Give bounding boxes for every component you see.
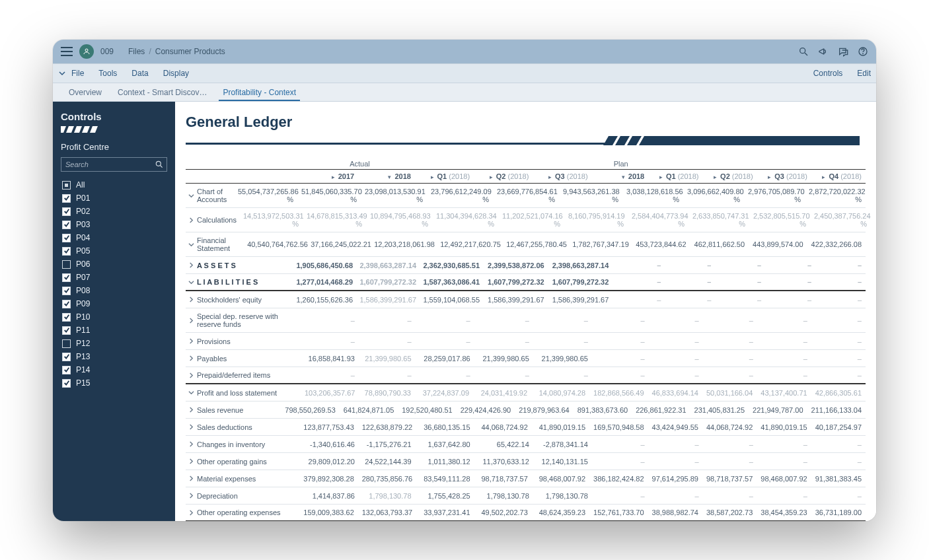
column-header[interactable]: ▾ 2018 (358, 170, 415, 183)
cell: – (715, 292, 765, 308)
profit-centre-item-p03[interactable]: P03 (61, 218, 167, 231)
profit-centre-item-p12[interactable]: P12 (61, 337, 167, 350)
cell: 21,399,980.65 (533, 351, 592, 367)
checkbox-label: P10 (76, 312, 90, 322)
column-header[interactable]: ▸ Q1 (2018) (415, 170, 474, 183)
tab-profitability-context[interactable]: Profitability - Context (215, 84, 304, 101)
row-label[interactable]: A S S E T S (186, 258, 292, 273)
row-label[interactable]: Changes in inventory (186, 437, 302, 452)
cell: 2,976,705,089.70 % (744, 184, 805, 207)
crumb-root[interactable]: Files (128, 47, 145, 56)
profit-centre-item-p13[interactable]: P13 (61, 350, 167, 363)
column-header[interactable]: ▸ Q2 (2018) (702, 170, 757, 183)
search-icon[interactable] (798, 46, 809, 57)
help-icon[interactable] (858, 46, 868, 57)
checkbox[interactable] (62, 353, 71, 361)
profit-centre-item-p01[interactable]: P01 (61, 192, 167, 205)
chevron-down-icon[interactable] (58, 69, 66, 77)
row-label[interactable]: Material expenses (186, 471, 299, 487)
checkbox[interactable] (62, 181, 71, 190)
cell: 453,723,844.62 (632, 236, 690, 252)
checkbox[interactable] (62, 300, 71, 308)
profit-centre-item-p04[interactable]: P04 (61, 231, 167, 244)
checkbox[interactable] (62, 221, 71, 229)
row-label[interactable]: Profit and loss statement (186, 385, 301, 401)
chat-icon[interactable] (838, 46, 848, 57)
column-header[interactable]: ▸ Q3 (2018) (533, 170, 591, 183)
cell: 24,031,419.92 (473, 385, 531, 401)
menu-item-tools[interactable]: Tools (98, 69, 117, 78)
menu-item-display[interactable]: Display (163, 69, 189, 78)
profit-centre-item-p06[interactable]: P06 (61, 258, 167, 271)
tab-context-smart-discov-[interactable]: Context - Smart Discov… (110, 84, 215, 101)
cell: 36,731,189.00 (811, 505, 866, 520)
row-label[interactable]: Stockholders' equity (186, 292, 292, 308)
profit-centre-item-p05[interactable]: P05 (61, 244, 167, 258)
profit-centre-item-p02[interactable]: P02 (61, 205, 167, 218)
menu-toggle-icon[interactable] (61, 47, 73, 56)
row-label[interactable]: Other operating gains (186, 454, 302, 470)
row-label[interactable]: Depreciation (186, 488, 302, 504)
column-header[interactable]: ▸ Q1 (2018) (648, 170, 702, 183)
profit-centre-item-all[interactable]: All (61, 178, 167, 192)
menu-link-controls[interactable]: Controls (813, 69, 843, 78)
avatar[interactable] (79, 44, 94, 59)
checkbox[interactable] (62, 247, 71, 256)
checkbox[interactable] (62, 194, 71, 203)
checkbox[interactable] (62, 260, 71, 269)
cell: 23,669,776,854.61 % (493, 184, 559, 207)
checkbox[interactable] (62, 287, 71, 295)
menu-item-file[interactable]: File (71, 69, 84, 78)
cell: – (811, 351, 866, 367)
cell: 229,424,426.90 (457, 402, 515, 418)
tab-overview[interactable]: Overview (61, 84, 110, 101)
row-label[interactable]: Other operating expenses (186, 505, 299, 520)
row-label[interactable]: Sales deductions (186, 419, 299, 435)
cell: 386,182,424.82 (589, 471, 648, 487)
row-label[interactable]: Special dep. reserve with reserve funds (186, 308, 302, 332)
profit-centre-item-p07[interactable]: P07 (61, 271, 167, 284)
svg-point-10 (156, 161, 161, 166)
cell: 37,224,837.09 (415, 385, 473, 401)
checkbox[interactable] (62, 273, 71, 282)
menu-item-data[interactable]: Data (131, 69, 148, 78)
row-label[interactable]: Payables (186, 351, 302, 367)
row-label[interactable]: Sales revenue (186, 402, 281, 418)
checkbox[interactable] (62, 366, 71, 374)
announcement-icon[interactable] (818, 46, 829, 57)
column-header[interactable]: ▸ Q3 (2018) (757, 170, 811, 183)
row-label[interactable]: L I A B I L I T I E S (186, 274, 292, 290)
cell: 169,570,948.58 (589, 419, 648, 435)
profit-centre-item-p11[interactable]: P11 (61, 324, 167, 337)
cell: 16,858,841.93 (302, 351, 359, 367)
svg-point-4 (863, 53, 864, 54)
checkbox[interactable] (62, 313, 71, 322)
profit-centre-item-p10[interactable]: P10 (61, 310, 167, 324)
checkbox[interactable] (62, 326, 71, 335)
checkbox[interactable] (62, 234, 71, 242)
row-label[interactable]: Financial Statement (186, 232, 243, 256)
cell: 2,633,850,747.31 % (688, 208, 749, 232)
crumb-current[interactable]: Consumer Products (155, 47, 225, 56)
row-label[interactable]: Chart of Accounts (186, 184, 234, 207)
search-input[interactable] (61, 157, 167, 172)
cell: 132,063,793.37 (358, 505, 416, 520)
checkbox[interactable] (62, 379, 71, 388)
cell: 1,607,799,272.32 (355, 274, 419, 290)
checkbox[interactable] (62, 207, 71, 216)
column-header[interactable]: ▸ 2017 (301, 170, 358, 183)
row-label[interactable]: Provisions (186, 333, 302, 349)
profit-centre-item-p15[interactable]: P15 (61, 376, 167, 390)
column-header[interactable]: ▸ Q2 (2018) (474, 170, 533, 183)
profit-centre-item-p14[interactable]: P14 (61, 363, 167, 376)
column-header[interactable]: ▸ Q4 (2018) (811, 170, 866, 183)
profit-centre-item-p09[interactable]: P09 (61, 297, 167, 310)
menu-link-edit[interactable]: Edit (857, 69, 871, 78)
row-label[interactable]: Prepaid/deferred items (186, 367, 302, 383)
checkbox[interactable] (62, 339, 71, 348)
row-label[interactable]: Calculations (186, 212, 239, 228)
search-icon[interactable] (155, 160, 164, 169)
column-header[interactable]: ▾ 2018 (592, 170, 649, 183)
cell: 280,735,856.76 (358, 471, 416, 487)
profit-centre-item-p08[interactable]: P08 (61, 284, 167, 297)
